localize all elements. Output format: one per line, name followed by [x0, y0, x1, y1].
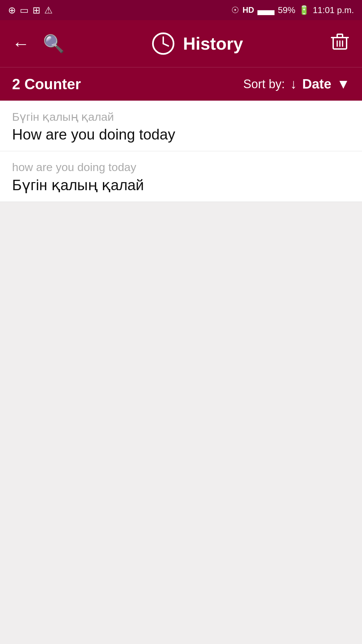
status-bar: ⊕ ▭ ⊞ ⚠ ☉ HD ▄▄▄ 59% 🔋 11:01 p.m. — [0, 0, 362, 20]
translation-target: Бүгін қалың қалай — [12, 176, 350, 194]
svg-rect-5 — [337, 34, 343, 38]
sort-field-label: Date — [302, 76, 331, 92]
list-item[interactable]: Бүгін қалың қалай How are you doing toda… — [0, 101, 362, 151]
trash-button[interactable] — [330, 32, 350, 56]
wifi-icon: ☉ — [231, 5, 239, 15]
search-button[interactable]: 🔍 — [43, 34, 65, 54]
battery-percent: 59% — [278, 5, 295, 15]
hd-icon: HD — [242, 5, 254, 15]
message-icon: ▭ — [20, 5, 28, 16]
whatsapp-icon: ⊕ — [8, 5, 16, 16]
status-bar-left: ⊕ ▭ ⊞ ⚠ — [8, 5, 53, 16]
signal-icon: ▄▄▄ — [257, 5, 275, 15]
sort-by-label: Sort by: — [243, 77, 285, 91]
translation-list: Бүгін қалың қалай How are you doing toda… — [0, 101, 362, 202]
app-bar: ← 🔍 History — [0, 20, 362, 67]
trash-icon — [330, 32, 350, 52]
app-bar-center: History — [152, 32, 243, 55]
translation-source: how are you doing today — [12, 161, 350, 174]
app-bar-title: History — [183, 34, 243, 54]
time-display: 11:01 p.m. — [313, 5, 354, 15]
translation-target: How are you doing today — [12, 126, 350, 143]
counter-label: 2 Counter — [12, 76, 81, 93]
svg-line-2 — [163, 44, 168, 46]
sort-direction-icon[interactable]: ↓ — [290, 76, 297, 92]
back-button[interactable]: ← — [12, 34, 29, 54]
sort-controls[interactable]: Sort by: ↓ Date ▼ — [243, 76, 350, 92]
translation-source: Бүгін қалың қалай — [12, 110, 350, 123]
content-area — [0, 202, 362, 644]
image-icon: ⊞ — [33, 5, 40, 16]
status-bar-right: ☉ HD ▄▄▄ 59% 🔋 11:01 p.m. — [231, 5, 354, 15]
app-bar-left: ← 🔍 — [12, 34, 65, 54]
clock-icon — [152, 32, 175, 55]
battery-icon: 🔋 — [299, 5, 309, 15]
warning-icon: ⚠ — [44, 5, 53, 16]
sort-dropdown-icon[interactable]: ▼ — [337, 76, 350, 92]
list-item[interactable]: how are you doing today Бүгін қалың қала… — [0, 151, 362, 202]
sort-bar: 2 Counter Sort by: ↓ Date ▼ — [0, 67, 362, 101]
